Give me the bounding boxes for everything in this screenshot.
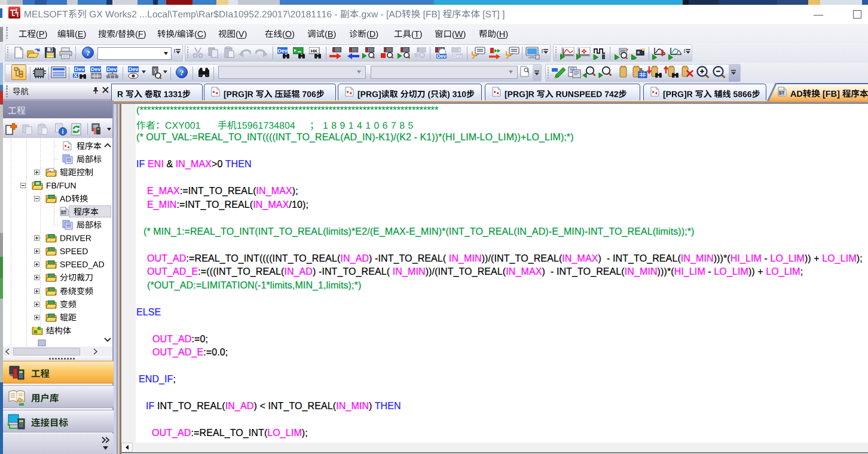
svg-text:?: ? — [86, 48, 90, 57]
svg-text:HK: HK — [311, 48, 318, 54]
svg-text:Dev: Dev — [107, 66, 117, 72]
svg-text:?: ? — [180, 68, 184, 77]
svg-text:Dev: Dev — [129, 66, 139, 72]
svg-text:ST: ST — [779, 91, 785, 95]
svg-text:Dev: Dev — [453, 53, 463, 59]
svg-text:Dev: Dev — [91, 66, 101, 72]
svg-text:ST: ST — [61, 210, 66, 214]
svg-text:Dev: Dev — [75, 66, 85, 72]
svg-text:i: i — [62, 128, 64, 135]
svg-text:Dev: Dev — [437, 53, 447, 59]
svg-text:Dev: Dev — [277, 48, 288, 54]
